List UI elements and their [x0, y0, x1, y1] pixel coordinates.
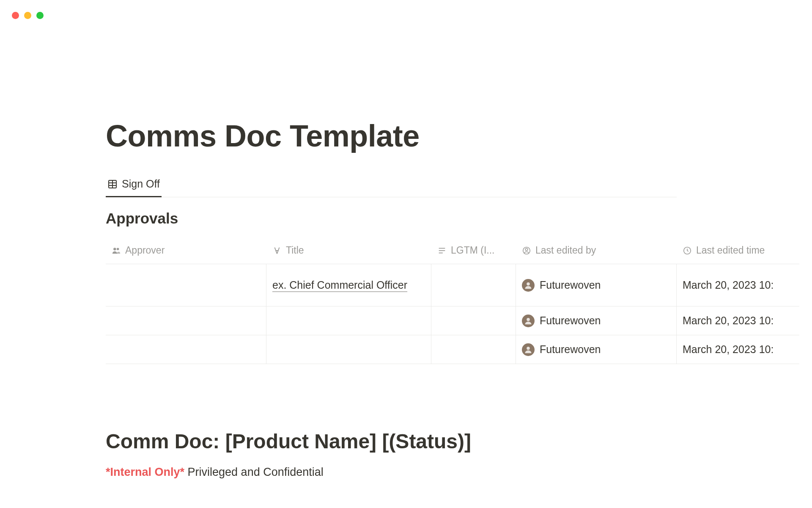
cell-lgtm[interactable] [431, 335, 516, 364]
column-label: Last edited by [535, 245, 596, 256]
tab-sign-off[interactable]: Sign Off [106, 178, 162, 197]
svg-point-4 [113, 248, 116, 250]
cell-approver[interactable] [106, 306, 266, 335]
page-content: Comms Doc Template Sign Off Approvals [0, 0, 812, 479]
page-title[interactable]: Comms Doc Template [106, 119, 812, 153]
svg-point-14 [527, 346, 530, 350]
people-icon [112, 246, 121, 255]
user-name: Futurewoven [540, 315, 601, 327]
doc-heading[interactable]: Comm Doc: [Product Name] [(Status)] [106, 430, 812, 453]
window-controls [12, 12, 44, 19]
person-silhouette-icon [524, 317, 532, 325]
table-row[interactable]: ex. Chief Commercial Officer Futurewoven… [106, 264, 799, 306]
person-icon [522, 246, 531, 255]
svg-point-13 [527, 318, 530, 321]
minimize-window-button[interactable] [24, 12, 31, 19]
column-label: Last edited time [696, 245, 765, 256]
cell-last-edited-time[interactable]: March 20, 2023 10: [677, 335, 799, 364]
internal-only-tag: *Internal Only* [106, 466, 184, 478]
cell-approver[interactable] [106, 335, 266, 364]
svg-point-12 [527, 282, 530, 285]
cell-last-edited-by[interactable]: Futurewoven [516, 335, 677, 364]
lines-icon [437, 246, 447, 255]
svg-point-10 [525, 248, 528, 251]
cell-title[interactable] [266, 335, 431, 364]
cell-title[interactable]: ex. Chief Commercial Officer [266, 264, 431, 306]
column-header-last-edited-time[interactable]: Last edited time [677, 240, 799, 260]
approvals-table: Approver Title LGTM (I... [106, 240, 799, 364]
tab-label: Sign Off [122, 178, 160, 190]
classification-text: Privileged and Confidential [184, 466, 324, 478]
column-label: Approver [125, 245, 165, 256]
close-window-button[interactable] [12, 12, 19, 19]
table-row[interactable]: Futurewoven March 20, 2023 10: [106, 306, 799, 335]
person-silhouette-icon [524, 345, 532, 354]
section-title-approvals: Approvals [106, 210, 812, 227]
cell-lgtm[interactable] [431, 306, 516, 335]
avatar [522, 343, 535, 356]
table-row[interactable]: Futurewoven March 20, 2023 10: [106, 335, 799, 364]
person-silhouette-icon [524, 281, 532, 290]
text-icon [272, 246, 282, 255]
column-header-title[interactable]: Title [266, 240, 431, 260]
table-icon [107, 179, 118, 189]
cell-approver[interactable] [106, 264, 266, 306]
column-label: LGTM (I... [451, 245, 495, 256]
avatar [522, 279, 535, 292]
clock-icon [683, 246, 692, 255]
column-header-approver[interactable]: Approver [106, 240, 266, 260]
user-name: Futurewoven [540, 343, 601, 356]
svg-point-5 [117, 248, 119, 250]
cell-last-edited-time[interactable]: March 20, 2023 10: [677, 306, 799, 335]
column-label: Title [286, 245, 304, 256]
avatar [522, 315, 535, 327]
cell-lgtm[interactable] [431, 264, 516, 306]
table-header: Approver Title LGTM (I... [106, 240, 799, 264]
classification-line[interactable]: *Internal Only* Privileged and Confident… [106, 466, 812, 479]
user-name: Futurewoven [540, 279, 601, 291]
tabs-bar: Sign Off [106, 178, 677, 197]
column-header-last-edited-by[interactable]: Last edited by [516, 240, 677, 260]
cell-last-edited-by[interactable]: Futurewoven [516, 306, 677, 335]
column-header-lgtm[interactable]: LGTM (I... [431, 240, 516, 260]
title-link[interactable]: ex. Chief Commercial Officer [272, 277, 407, 293]
cell-last-edited-time[interactable]: March 20, 2023 10: [677, 264, 799, 306]
cell-last-edited-by[interactable]: Futurewoven [516, 264, 677, 306]
cell-title[interactable] [266, 306, 431, 335]
maximize-window-button[interactable] [36, 12, 44, 19]
